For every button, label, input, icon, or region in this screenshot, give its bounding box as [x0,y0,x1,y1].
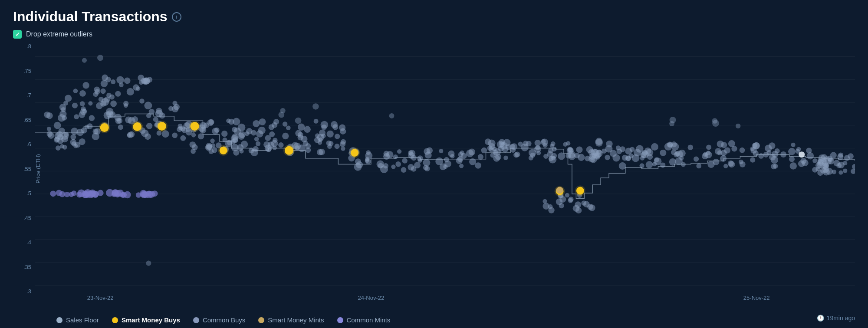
legend-item-common-mints: Common Mints [337,316,391,324]
legend-dot-smart-money-mints [258,317,264,323]
legend-dot-common-mints [337,317,343,323]
legend-item-common-buys: Common Buys [193,316,245,324]
main-container: Individual Transactions i Drop extreme o… [0,0,868,328]
page-title: Individual Transactions [13,9,168,25]
legend-label-smart-money-buys: Smart Money Buys [122,316,180,324]
legend-dot-sales-floor [56,317,62,323]
bottom-bar: Sales Floor Smart Money Buys Common Buys… [13,312,855,324]
legend-label-common-mints: Common Mints [347,316,391,324]
legend-label-common-buys: Common Buys [203,316,245,324]
y-label-4: .6 [13,141,31,148]
chart-inner: 23-Nov-22 24-Nov-22 25-Nov-22 [35,43,855,312]
timestamp-text: 19min ago [827,315,855,321]
chart-canvas [35,43,855,312]
drop-outliers-checkbox[interactable] [13,30,22,39]
legend-item-smart-money-buys: Smart Money Buys [112,316,180,324]
legend-item-smart-money-mints: Smart Money Mints [258,316,324,324]
y-axis: .8 .75 .7 .65 .6 .55 .5 .45 .4 .35 .3 [13,43,35,312]
clock-icon: 🕐 [817,315,824,321]
timestamp: 🕐 19min ago [817,315,855,321]
info-icon[interactable]: i [172,12,181,22]
y-label-2: .7 [13,92,31,98]
y-label-8: .4 [13,239,31,246]
chart-area: .8 .75 .7 .65 .6 .55 .5 .45 .4 .35 .3 23… [13,43,855,312]
legend-item-sales-floor: Sales Floor [56,316,99,324]
checkbox-label: Drop extreme outliers [26,30,92,38]
legend-dot-common-buys [193,317,199,323]
header: Individual Transactions i [13,9,855,25]
y-label-6: .5 [13,190,31,197]
y-label-3: .65 [13,117,31,123]
y-label-10: .3 [13,288,31,295]
checkbox-row: Drop extreme outliers [13,30,855,39]
y-label-5: .55 [13,166,31,172]
x-label-0: 23-Nov-22 [87,295,114,301]
legend-dot-smart-money-buys [112,317,118,323]
x-label-1: 24-Nov-22 [358,295,385,301]
y-label-0: .8 [13,43,31,49]
y-label-1: .75 [13,68,31,74]
y-label-7: .45 [13,215,31,221]
x-label-2: 25-Nov-22 [743,295,770,301]
y-label-9: .35 [13,264,31,270]
legend-label-smart-money-mints: Smart Money Mints [268,316,324,324]
legend-label-sales-floor: Sales Floor [66,316,99,324]
x-axis: 23-Nov-22 24-Nov-22 25-Nov-22 [35,295,855,312]
legend: Sales Floor Smart Money Buys Common Buys… [35,312,390,324]
